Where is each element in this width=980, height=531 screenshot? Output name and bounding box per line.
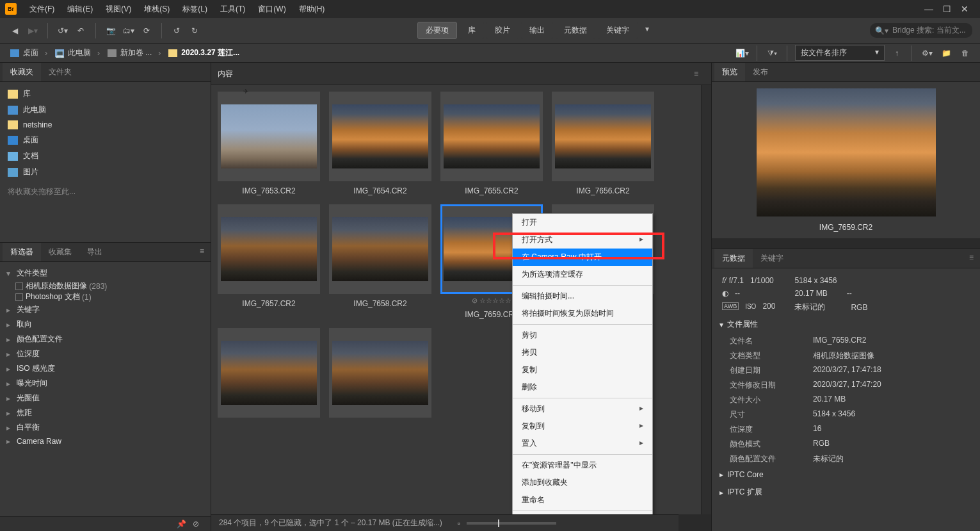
crumb-drive[interactable]: 新加卷 ...› <box>105 47 166 58</box>
fav-thispc[interactable]: 此电脑 <box>0 102 211 118</box>
workspace-more-icon[interactable]: ▾ <box>640 22 654 36</box>
tab-favorites[interactable]: 收藏夹 <box>3 63 41 81</box>
workspace-library[interactable]: 库 <box>460 22 484 39</box>
workspace-metadata[interactable]: 元数据 <box>556 22 595 39</box>
workspace-keywords[interactable]: 关键字 <box>598 22 638 39</box>
workspace-film[interactable]: 胶片 <box>486 22 518 39</box>
filter-raw[interactable]: 相机原始数据图像 (283) <box>0 281 211 291</box>
menu-window[interactable]: 窗口(W) <box>253 1 291 17</box>
crumb-folder[interactable]: 2020.3.27 莲江... <box>166 47 242 58</box>
close-icon[interactable]: ✕ <box>960 4 970 14</box>
zoom-out-icon[interactable]: ▫ <box>458 519 460 528</box>
panel-menu-icon[interactable]: ≡ <box>193 243 211 261</box>
thumb-item[interactable]: IMG_7657.CR2 <box>218 204 320 319</box>
thumb-item[interactable] <box>218 328 320 418</box>
tab-publish[interactable]: 发布 <box>745 63 776 81</box>
tab-preview[interactable]: 预览 <box>714 63 745 81</box>
thumb-item[interactable]: IMG_7653.CR2 <box>218 92 320 195</box>
nav-forward-icon[interactable]: ▶▾ <box>26 24 40 38</box>
filter-wb[interactable]: ▸白平衡 <box>0 420 211 435</box>
ctx-stack[interactable]: 堆栈▸ <box>513 513 652 514</box>
menu-file[interactable]: 文件(F) <box>24 1 60 17</box>
ctx-cut[interactable]: 剪切 <box>513 327 652 344</box>
boomerang-icon[interactable]: ↶ <box>74 24 88 38</box>
filter-orient[interactable]: ▸取向 <box>0 317 211 332</box>
open-folder-icon[interactable]: 📁 <box>939 46 953 60</box>
fav-library[interactable]: 库 <box>0 86 211 102</box>
thumb-item[interactable]: IMG_7658.CR2 <box>329 204 431 319</box>
thumb-item[interactable]: IMG_7655.CR2 <box>440 92 543 195</box>
ctx-insert[interactable]: 置入▸ <box>513 435 652 452</box>
ctx-open-camera-raw[interactable]: 在 Camera Raw 中打开... <box>513 249 652 266</box>
thumb-item[interactable] <box>329 328 431 418</box>
ctx-delete[interactable]: 删除 <box>513 379 652 396</box>
trash-icon[interactable]: 🗑 <box>958 46 972 60</box>
ctx-copyto[interactable]: 复制到▸ <box>513 418 652 435</box>
workspace-output[interactable]: 输出 <box>521 22 553 39</box>
refresh-icon[interactable]: ⟳ <box>140 24 154 38</box>
menu-tools[interactable]: 工具(T) <box>215 1 250 17</box>
ctx-duplicate[interactable]: 复制 <box>513 361 652 379</box>
tab-metadata[interactable]: 元数据 <box>714 249 753 268</box>
fav-docs[interactable]: 文档 <box>0 148 211 164</box>
meta-panel-menu-icon[interactable]: ≡ <box>963 249 980 268</box>
thumb-item[interactable]: IMG_7656.CR2 <box>552 92 654 195</box>
batch-icon[interactable]: 🗂▾ <box>122 24 136 38</box>
recent-icon[interactable]: ↺▾ <box>56 24 70 38</box>
filter-exposure[interactable]: ▸曝光时间 <box>0 376 211 391</box>
workspace-essentials[interactable]: 必要项 <box>417 22 457 39</box>
ctx-edit-capture[interactable]: 编辑拍摄时间... <box>513 288 652 305</box>
filter-profile[interactable]: ▸颜色配置文件 <box>0 332 211 347</box>
ctx-rename[interactable]: 重命名 <box>513 491 652 509</box>
ctx-open[interactable]: 打开 <box>513 214 652 231</box>
filter-focal[interactable]: ▸焦距 <box>0 405 211 420</box>
filter-keywords[interactable]: ▸关键字 <box>0 302 211 317</box>
camera-download-icon[interactable]: 📷 <box>104 24 118 38</box>
filter-filetype[interactable]: ▾文件类型 <box>0 266 211 281</box>
filter-aperture[interactable]: ▸光圈值 <box>0 391 211 405</box>
tab-collections[interactable]: 收藏集 <box>41 243 79 261</box>
menu-label[interactable]: 标签(L) <box>177 1 213 17</box>
fav-desktop[interactable]: 桌面 <box>0 132 211 148</box>
sort-asc-icon[interactable]: ↑ <box>890 46 904 60</box>
rating-stars[interactable]: ⊘ ☆☆☆☆☆ <box>472 294 511 305</box>
minimize-icon[interactable]: — <box>924 4 934 14</box>
filter-psd[interactable]: Photoshop 文档 (1) <box>0 291 211 302</box>
filter-camraw[interactable]: ▸Camera Raw <box>0 435 211 448</box>
meta-section-iptc-ext[interactable]: ▸IPTC 扩展 <box>717 483 975 502</box>
tab-filter[interactable]: 筛选器 <box>3 243 41 261</box>
filter-funnel-icon[interactable]: ⧩▾ <box>765 46 779 60</box>
menu-help[interactable]: 帮助(H) <box>294 1 330 17</box>
rotate-cw-icon[interactable]: ↻ <box>188 24 202 38</box>
thumb-size-slider[interactable] <box>467 522 556 525</box>
menu-stack[interactable]: 堆栈(S) <box>139 1 175 17</box>
ctx-moveto[interactable]: 移动到▸ <box>513 400 652 418</box>
meta-section-fileattr[interactable]: ▾文件属性 <box>717 315 975 334</box>
maximize-icon[interactable]: ☐ <box>942 4 952 14</box>
nav-back-icon[interactable]: ◀ <box>8 24 22 38</box>
tab-folders[interactable]: 文件夹 <box>41 63 79 81</box>
ctx-clear-cache[interactable]: 为所选项清空缓存 <box>513 266 652 283</box>
fav-pics[interactable]: 图片 <box>0 164 211 180</box>
menu-edit[interactable]: 编辑(E) <box>62 1 98 17</box>
meta-section-iptc-core[interactable]: ▸IPTC Core <box>717 466 975 483</box>
search-input[interactable]: 🔍▾ Bridge 搜索: 当前文... <box>870 23 972 38</box>
tab-keywords-right[interactable]: 关键字 <box>753 249 791 268</box>
ctx-openas[interactable]: 打开方式▸ <box>513 231 652 249</box>
fav-netshine[interactable]: netshine <box>0 118 211 132</box>
pin-icon[interactable]: 📌 <box>177 519 186 528</box>
tab-export[interactable]: 导出 <box>79 243 110 261</box>
options-icon[interactable]: ⚙▾ <box>920 46 934 60</box>
crumb-thispc[interactable]: 💻此电脑› <box>52 47 105 58</box>
ctx-show-in-rm[interactable]: 在"资源管理器"中显示 <box>513 457 652 474</box>
content-scrollbar[interactable] <box>701 85 711 514</box>
thumb-item[interactable]: IMG_7654.CR2 <box>329 92 431 195</box>
filter-bitdepth[interactable]: ▸位深度 <box>0 347 211 361</box>
ctx-add-fav[interactable]: 添加到收藏夹 <box>513 474 652 491</box>
content-menu-icon[interactable]: ≡ <box>687 65 705 82</box>
crumb-desktop[interactable]: 桌面› <box>8 47 52 58</box>
rotate-ccw-icon[interactable]: ↺ <box>170 24 184 38</box>
menu-view[interactable]: 视图(V) <box>100 1 136 17</box>
filter-star-icon[interactable]: 📊▾ <box>735 46 749 60</box>
cancel-filter-icon[interactable]: ⊘ <box>193 519 199 528</box>
